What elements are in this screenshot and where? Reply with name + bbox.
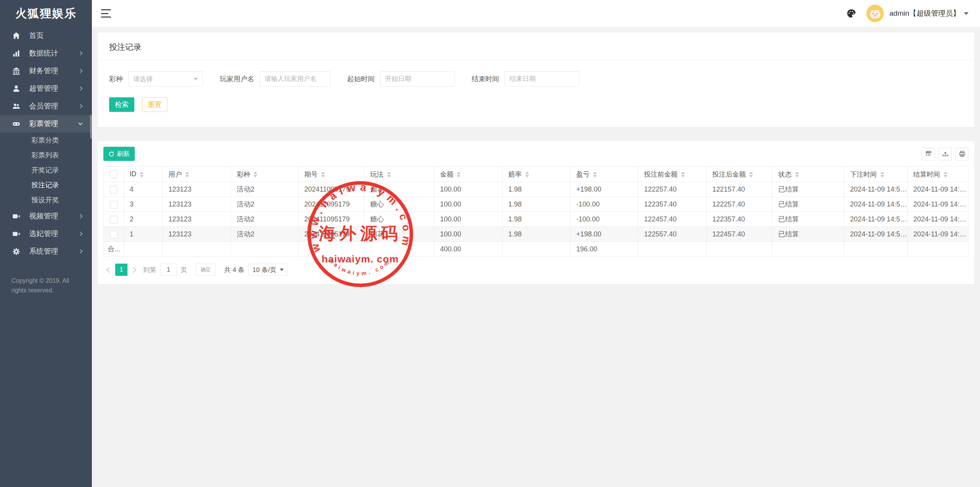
sidebar-item-stats[interactable]: 数据统计 <box>0 44 92 62</box>
cell-amount: 100.00 <box>434 227 502 242</box>
sort-icon[interactable] <box>880 172 884 177</box>
sidebar-item-home[interactable]: 首页 <box>0 27 92 44</box>
cell-play: 烟花 <box>364 227 434 242</box>
sidebar-item-concubine[interactable]: 选妃管理 <box>0 225 92 243</box>
cell-before: 122457.40 <box>638 212 706 227</box>
column-header[interactable]: 彩种 <box>231 167 298 182</box>
column-header[interactable]: ID <box>124 167 162 182</box>
cell-odds: 1.98 <box>502 227 570 242</box>
sidebar-item-label: 选妃管理 <box>29 229 79 239</box>
sidebar-item-video[interactable]: 视频管理 <box>0 207 92 225</box>
cell-status: 已结算 <box>773 212 844 227</box>
totals-empty-cell <box>907 242 968 257</box>
sort-icon[interactable] <box>457 172 461 177</box>
print-button[interactable] <box>956 148 969 161</box>
start-date-input[interactable] <box>380 71 455 87</box>
page-size-select[interactable]: 10 条/页 <box>248 264 288 276</box>
sidebar-subitem-bet-records[interactable]: 投注记录 <box>0 177 92 192</box>
column-header[interactable]: 投注前金额 <box>638 167 706 182</box>
sidebar-scrollbar[interactable] <box>90 115 92 139</box>
sort-icon[interactable] <box>525 172 529 177</box>
cell-bet_time: 2024-11-09 14:52:06 <box>844 212 907 227</box>
sort-icon[interactable] <box>387 172 391 177</box>
sort-icon[interactable] <box>944 172 947 177</box>
totals-row: 合...400.00196.00 <box>104 242 969 257</box>
theme-palette-icon[interactable] <box>845 7 858 20</box>
goto-page-input[interactable] <box>160 264 177 276</box>
row-checkbox[interactable] <box>110 216 118 223</box>
cell-play: 糖心 <box>364 212 434 227</box>
row-checkbox[interactable] <box>110 201 118 208</box>
reset-button[interactable]: 重置 <box>142 97 167 112</box>
bank-icon <box>11 66 21 75</box>
menu-toggle-icon[interactable] <box>101 9 112 18</box>
lottery-type-select[interactable]: 请选择 <box>128 71 203 87</box>
totals-empty-cell <box>124 242 162 257</box>
select-all-checkbox[interactable] <box>110 171 118 178</box>
export-button[interactable] <box>939 148 952 161</box>
sidebar-subitem-draw-records[interactable]: 开奖记录 <box>0 162 92 177</box>
sidebar-subitem-lottery-category[interactable]: 彩票分类 <box>0 133 92 148</box>
prev-page-icon[interactable] <box>106 267 113 273</box>
refresh-button[interactable]: 刷新 <box>103 147 135 161</box>
totals-empty-cell <box>706 242 772 257</box>
sidebar-subitem-preset-draw[interactable]: 预设开奖 <box>0 192 92 207</box>
column-header[interactable]: 期号 <box>298 167 364 182</box>
print-icon <box>959 151 965 157</box>
search-button[interactable]: 检索 <box>109 97 134 112</box>
player-name-input[interactable] <box>260 71 330 87</box>
page-unit-label: 页 <box>181 266 187 274</box>
row-checkbox[interactable] <box>110 186 118 193</box>
video-icon <box>11 229 21 238</box>
filter-columns-button[interactable] <box>922 148 935 161</box>
cell-id: 4 <box>124 182 162 197</box>
cell-odds: 1.98 <box>502 212 570 227</box>
chevron-right-icon <box>78 249 82 253</box>
sidebar-item-label: 数据统计 <box>29 48 79 58</box>
sidebar-item-label: 首页 <box>29 31 82 41</box>
refresh-icon <box>108 151 114 157</box>
column-header[interactable]: 金额 <box>434 167 502 182</box>
sidebar-item-system[interactable]: 系统管理 <box>0 243 92 260</box>
next-page-icon[interactable] <box>131 267 137 273</box>
chevron-down-icon <box>964 12 969 15</box>
goto-confirm-button[interactable]: 确定 <box>196 264 216 276</box>
row-checkbox[interactable] <box>110 231 118 238</box>
cell-play: 糖心 <box>364 197 434 212</box>
chevron-right-icon <box>78 231 82 236</box>
sidebar-item-finance[interactable]: 财务管理 <box>0 62 92 80</box>
sort-icon[interactable] <box>185 172 189 177</box>
column-header[interactable]: 赔率 <box>502 167 570 182</box>
column-header[interactable]: 状态 <box>773 167 844 182</box>
total-count-label: 共 4 条 <box>224 266 245 274</box>
sort-icon[interactable] <box>253 172 257 177</box>
end-date-input[interactable] <box>505 71 579 87</box>
sort-icon[interactable] <box>321 172 325 177</box>
sidebar-subitem-lottery-list[interactable]: 彩票列表 <box>0 148 92 162</box>
sort-icon[interactable] <box>140 172 144 177</box>
column-header[interactable]: 用户 <box>163 167 231 182</box>
sidebar-item-members[interactable]: 会员管理 <box>0 97 92 115</box>
column-header[interactable]: 玩法 <box>364 167 434 182</box>
sidebar-submenu: 彩票分类彩票列表开奖记录投注记录预设开奖 <box>0 133 92 207</box>
column-header[interactable]: 结算时间 <box>907 167 968 182</box>
sidebar-item-lottery[interactable]: 彩票管理 <box>0 115 92 133</box>
cell-user: 123123 <box>163 212 231 227</box>
cell-bet_time: 2024-11-09 14:52:06 <box>844 227 907 242</box>
avatar[interactable] <box>866 5 884 22</box>
sort-icon[interactable] <box>681 172 685 177</box>
sort-icon[interactable] <box>593 172 597 177</box>
column-header[interactable]: 盈亏 <box>570 167 638 182</box>
sort-icon[interactable] <box>749 172 753 177</box>
column-header[interactable]: 投注后金额 <box>706 167 772 182</box>
sort-icon[interactable] <box>795 172 799 177</box>
cell-status: 已结算 <box>773 227 844 242</box>
sidebar-item-label: 视频管理 <box>29 211 79 221</box>
goto-label: 到第 <box>143 266 156 274</box>
sidebar-item-admins[interactable]: 超管管理 <box>0 80 92 97</box>
page-number-current[interactable]: 1 <box>115 264 127 276</box>
table-row: 4123123活动2202411095179烟花100.001.98+198.0… <box>104 182 969 197</box>
column-header[interactable]: 下注时间 <box>844 167 907 182</box>
cell-status: 已结算 <box>773 182 844 197</box>
user-menu[interactable]: admin【超级管理员】 <box>889 8 969 18</box>
